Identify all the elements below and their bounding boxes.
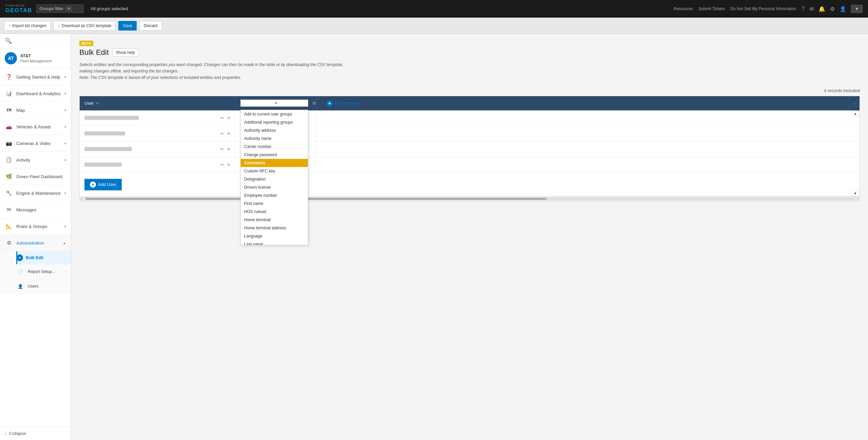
discard-button[interactable]: Discard <box>139 21 162 30</box>
sidebar-item-dashboard[interactable]: 📊 Dashboard & Analytics ▾ <box>0 85 71 102</box>
row-actions-4: ✏ ✕ <box>220 162 231 167</box>
row-actions-3: ✏ ✕ <box>220 147 231 152</box>
user-button[interactable]: ▼ <box>851 5 863 13</box>
sidebar-item-green-fleet[interactable]: 🌿 Green Fleet Dashboard <box>0 168 71 185</box>
sidebar-item-label: Activity <box>16 158 30 163</box>
sidebar-item-cameras[interactable]: 📷 Cameras & Video ▾ <box>0 135 71 152</box>
sidebar-item-messages[interactable]: ✉ Messages <box>0 202 71 218</box>
map-icon: 🗺 <box>5 106 13 114</box>
dropdown-item-additional-groups[interactable]: Additional reporting groups <box>241 118 308 126</box>
collapse-button[interactable]: ‹ Collapse <box>0 426 71 440</box>
groups-filter-arrow[interactable]: ▼ <box>65 6 72 11</box>
sidebar-item-vehicles[interactable]: 🚗 Vehicles & Assets ▾ <box>0 119 71 135</box>
column-settings-icon[interactable]: ⚙ <box>312 101 316 106</box>
sidebar-item-users[interactable]: 👤 Users <box>16 279 71 294</box>
dropdown-item-hos-ruleset[interactable]: HOS ruleset <box>241 208 308 216</box>
discard-label: Discard <box>144 23 158 28</box>
cameras-icon: 📷 <box>5 139 13 147</box>
dropdown-item-first-name[interactable]: First name <box>241 200 308 208</box>
top-bar-right: Resources Submit Tickets Do Not Sell My … <box>674 5 863 13</box>
dropdown-item-add-user-groups[interactable]: Add to current user groups <box>241 110 308 118</box>
sidebar-item-label: Green Fleet Dashboard <box>16 174 62 179</box>
scroll-left-arrow[interactable]: ‹ <box>80 197 83 201</box>
user-column-header: User ✏ <box>80 96 236 110</box>
scroll-down-arrow[interactable]: ▼ <box>852 190 859 196</box>
sidebar-item-rules[interactable]: 📐 Rules & Groups ▾ <box>0 218 71 235</box>
download-csv-button[interactable]: ↓ Download as CSV template <box>54 21 116 30</box>
edit-row-icon[interactable]: ✏ <box>220 116 224 121</box>
activity-icon: 📋 <box>5 156 13 164</box>
dropdown-item-designation[interactable]: Designation <box>241 175 308 183</box>
help-icon[interactable]: ? <box>802 6 805 12</box>
dropdown-item-authority-name[interactable]: Authority name <box>241 134 308 143</box>
dropdown-item-home-terminal-address[interactable]: Home terminal address <box>241 224 308 232</box>
delete-row-icon[interactable]: ✕ <box>227 162 231 167</box>
administration-submenu: Bulk Edit 📄 Report Setup... › 👤 Users <box>0 251 71 294</box>
delete-row-icon[interactable]: ✕ <box>227 116 231 121</box>
brand-icon: AT <box>5 52 17 64</box>
user-icon[interactable]: 👤 <box>840 6 846 12</box>
delete-row-icon[interactable]: ✕ <box>227 131 231 136</box>
dropdown-item-employee-number[interactable]: Employee number <box>241 191 308 200</box>
row-actions-2: ✏ ✕ <box>220 131 231 136</box>
show-help-button[interactable]: Show help <box>112 48 139 57</box>
dashboard-icon: 📊 <box>5 89 13 98</box>
collapse-arrow-icon: ‹ <box>5 431 6 436</box>
top-bar-icons: ? ✉ 🔔 ⚙ 👤 ▼ <box>802 5 863 13</box>
edit-row-icon[interactable]: ✏ <box>220 162 224 167</box>
delete-row-icon[interactable]: ✕ <box>227 147 231 152</box>
edit-row-icon[interactable]: ✏ <box>220 131 224 136</box>
table-row: ✏ ✕ <box>80 110 860 126</box>
dropdown-item-carrier-number[interactable]: Carrier number <box>241 143 308 151</box>
property-dropdown-wrapper: ▼ Add to current user groups Additional … <box>240 100 308 107</box>
administration-icon: ⚙ <box>5 239 13 247</box>
add-user-button[interactable]: + Add User <box>84 179 122 190</box>
mail-icon[interactable]: ✉ <box>809 6 814 12</box>
geotab-logo: Powered by GEOTAB <box>5 4 32 14</box>
dropdown-item-drivers-license[interactable]: Drivers license <box>241 183 308 191</box>
scroll-up-arrow[interactable]: ▲ <box>852 110 859 117</box>
dropdown-item-language[interactable]: Language <box>241 232 308 240</box>
add-property-button[interactable]: + Add property <box>322 100 364 106</box>
property-dropdown-trigger[interactable]: ▼ <box>240 100 308 107</box>
chevron-icon: ▾ <box>64 125 66 129</box>
resources-link[interactable]: Resources <box>674 6 693 11</box>
dropdown-item-comments[interactable]: Comments <box>241 159 308 167</box>
groups-filter[interactable]: Groups filter ▼ <box>36 4 84 13</box>
dropdown-item-authority-address[interactable]: Authority address <box>241 126 308 134</box>
search-icon[interactable]: 🔍 <box>5 38 12 44</box>
getting-started-icon: ❓ <box>5 73 13 81</box>
plus-icon: + <box>327 100 333 106</box>
chevron-right-header-icon[interactable]: › <box>854 101 855 105</box>
sidebar-sub-item-label: Bulk Edit <box>26 255 43 260</box>
save-label: Save <box>123 23 132 28</box>
sidebar-item-getting-started[interactable]: ❓ Getting Started & Help ▾ <box>0 69 71 85</box>
dropdown-item-change-password[interactable]: Change password <box>241 151 308 159</box>
report-setup-icon: 📄 <box>16 268 24 276</box>
scrollbar-thumb[interactable] <box>85 198 546 200</box>
dropdown-item-last-name[interactable]: Last name <box>241 240 308 245</box>
sidebar-item-label: Administration <box>16 240 44 246</box>
sidebar-item-administration[interactable]: ⚙ Administration ▲ <box>0 235 71 251</box>
do-not-sell-link[interactable]: Do Not Sell My Personal Information <box>730 6 796 11</box>
sidebar-item-bulk-edit[interactable]: Bulk Edit <box>16 251 71 265</box>
sidebar-item-label: Rules & Groups <box>16 224 47 229</box>
engine-icon: 🔧 <box>5 189 13 197</box>
table-row: ✏ ✕ <box>80 157 860 173</box>
sidebar-item-engine[interactable]: 🔧 Engine & Maintenance ▾ <box>0 185 71 202</box>
save-button[interactable]: Save <box>118 21 136 30</box>
gear-icon[interactable]: ⚙ <box>830 6 835 12</box>
edit-column-icon[interactable]: ✏ <box>96 101 99 106</box>
scroll-right-arrow[interactable]: › <box>856 197 860 201</box>
sidebar-item-map[interactable]: 🗺 Map ▾ <box>0 102 71 119</box>
dropdown-item-custom-nfc[interactable]: Custom NFC key <box>241 167 308 175</box>
download-csv-label: Download as CSV template <box>62 23 112 28</box>
dropdown-item-home-terminal[interactable]: Home terminal <box>241 216 308 224</box>
sidebar-item-report-setup[interactable]: 📄 Report Setup... › <box>16 265 71 279</box>
import-list-button[interactable]: ↑ Import list changes <box>4 21 51 30</box>
edit-row-icon[interactable]: ✏ <box>220 147 224 152</box>
horizontal-scrollbar[interactable]: ‹ › <box>80 196 860 201</box>
sidebar-item-activity[interactable]: 📋 Activity ▾ <box>0 152 71 168</box>
submit-tickets-link[interactable]: Submit Tickets <box>698 6 725 11</box>
bell-icon[interactable]: 🔔 <box>818 6 825 12</box>
